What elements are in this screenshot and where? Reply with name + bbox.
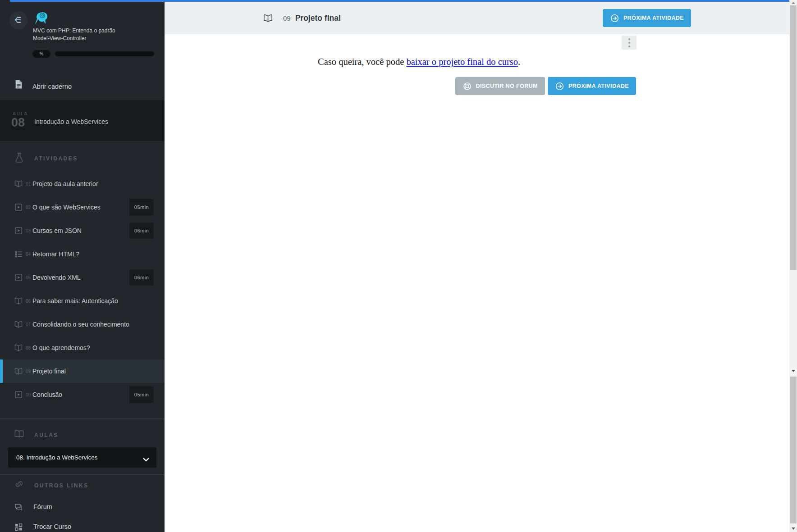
scroll-down-arrow[interactable]: [789, 368, 797, 373]
book-open-icon: [14, 179, 23, 188]
activity-index: 06: [26, 299, 31, 304]
lesson-select-value: 08. Introdução a WebServices: [16, 454, 98, 461]
activity-item-06[interactable]: 06Para saber mais: Autenticação: [0, 289, 165, 313]
discuss-forum-button[interactable]: DISCUTIR NO FORUM: [455, 77, 545, 95]
active-indicator: [0, 359, 3, 383]
other-links-section-header: OUTROS LINKS: [0, 479, 165, 494]
play-square-icon: [14, 226, 23, 235]
activity-index: 03: [26, 228, 31, 233]
activity-item-09[interactable]: 09Projeto final: [0, 359, 165, 383]
grid-icon: [14, 523, 23, 532]
activity-index: 09: [26, 369, 31, 374]
duration-badge: 05min: [129, 199, 154, 215]
activity-index: 05: [26, 275, 31, 280]
course-progress-bar: [55, 51, 154, 56]
activity-item-03[interactable]: 03Cursos em JSON06min: [0, 219, 165, 242]
main-content: 09 Projeto final PRÓXIMA ATIVIDADE Caso …: [165, 2, 789, 532]
arrow-right-circle-icon: [610, 14, 619, 23]
activity-label: O que aprendemos?: [32, 344, 90, 351]
lesson-select-dropdown[interactable]: 08. Introdução a WebServices: [8, 447, 156, 468]
activities-list: 01Projeto da aula anterior02O que são We…: [0, 172, 165, 406]
collapse-sidebar-button[interactable]: [9, 11, 27, 29]
lesson-number: 08: [11, 116, 25, 130]
chat-bubbles-icon: [14, 503, 23, 512]
lessons-section-header: AULAS: [0, 429, 165, 443]
progress-percent-badge: %: [32, 50, 50, 58]
download-project-link[interactable]: baixar o projeto final do curso: [406, 57, 518, 67]
book-open-icon: [14, 296, 23, 305]
activity-index: 04: [26, 252, 31, 257]
activity-label: Consolidando o seu conhecimento: [32, 321, 129, 328]
activity-item-10[interactable]: 10Conclusão05min: [0, 383, 165, 406]
book-open-icon: [14, 320, 23, 329]
activity-label: Conclusão: [32, 391, 62, 398]
duration-badge: 05min: [129, 386, 154, 403]
open-notebook-label: Abrir caderno: [32, 83, 72, 90]
chevron-down-icon: [143, 455, 149, 459]
list-icon: [14, 250, 23, 259]
open-notebook-item[interactable]: Abrir caderno: [0, 76, 165, 99]
activity-item-02[interactable]: 02O que são WebServices05min: [0, 196, 165, 219]
scroll-down-arrow[interactable]: [789, 526, 797, 531]
activity-item-05[interactable]: 05Devolvendo XML06min: [0, 266, 165, 289]
life-buoy-icon: [463, 82, 472, 91]
page-title: Projeto final: [295, 14, 341, 23]
more-options-button[interactable]: [622, 36, 637, 50]
scrollbar-thumb-inner[interactable]: [790, 377, 797, 523]
activity-item-08[interactable]: 08O que aprendemos?: [0, 336, 165, 359]
activity-index: 08: [26, 346, 31, 350]
current-lesson-block: AULA 08 Introdução a WebServices: [0, 100, 165, 141]
activity-item-01[interactable]: 01Projeto da aula anterior: [0, 172, 165, 196]
next-activity-button-top[interactable]: PRÓXIMA ATIVIDADE: [603, 9, 691, 27]
activity-label: Para saber mais: Autenticação: [32, 297, 118, 305]
course-logo: [32, 10, 50, 27]
activity-label: Projeto final: [32, 368, 66, 375]
app-window: MVC com PHP: Entenda o padrão Model-View…: [0, 0, 797, 532]
link-chain-icon: [14, 479, 24, 491]
activity-label: O que são WebServices: [32, 204, 101, 211]
activity-index: 02: [26, 205, 31, 210]
sidebar-item-trocar-curso[interactable]: Trocar Curso: [0, 518, 165, 532]
collapse-arrow-icon: [14, 15, 23, 26]
course-sidebar: MVC com PHP: Entenda o padrão Model-View…: [0, 0, 165, 532]
activity-index: 10: [26, 392, 31, 397]
flask-icon: [14, 152, 24, 164]
activity-index: 01: [26, 182, 31, 186]
sidebar-item-forum[interactable]: Fórum: [0, 498, 165, 516]
top-loading-bar: [10, 0, 789, 2]
duration-badge: 06min: [129, 269, 154, 286]
browser-scrollbar[interactable]: [789, 0, 797, 532]
lesson-title: Introdução a WebServices: [34, 118, 108, 125]
activity-label: Retornar HTML?: [32, 250, 79, 258]
arrow-right-circle-icon: [555, 82, 564, 91]
action-buttons-row: DISCUTIR NO FORUM PRÓXIMA ATIVIDADE: [318, 77, 636, 95]
book-open-icon: [263, 13, 273, 23]
section-divider: [0, 474, 165, 475]
book-open-icon: [14, 343, 23, 352]
activity-label: Cursos em JSON: [32, 227, 82, 234]
duration-badge: 06min: [129, 223, 154, 239]
scroll-up-arrow[interactable]: [789, 0, 797, 5]
activity-item-07[interactable]: 07Consolidando o seu conhecimento: [0, 313, 165, 336]
play-square-icon: [14, 390, 23, 399]
book-icon: [14, 429, 24, 441]
activity-index: 07: [26, 322, 31, 327]
activity-number: 09: [283, 14, 291, 22]
play-square-icon: [14, 203, 23, 212]
activity-item-04[interactable]: 04Retornar HTML?: [0, 242, 165, 266]
course-title: MVC com PHP: Entenda o padrão Model-View…: [33, 27, 146, 42]
scrollbar-thumb[interactable]: [790, 5, 797, 270]
exercise-paragraph: Caso queira, você pode baixar o projeto …: [318, 55, 636, 68]
activity-header: 09 Projeto final PRÓXIMA ATIVIDADE: [165, 2, 789, 34]
activity-label: Projeto da aula anterior: [32, 180, 98, 187]
next-activity-button[interactable]: PRÓXIMA ATIVIDADE: [548, 77, 636, 95]
book-open-icon: [14, 367, 23, 376]
play-square-icon: [14, 273, 23, 282]
activity-label: Devolvendo XML: [32, 274, 81, 281]
document-icon: [15, 80, 23, 89]
activities-section-header: ATIVIDADES: [0, 152, 165, 167]
section-divider: [0, 418, 165, 419]
kebab-dot: [628, 38, 630, 40]
